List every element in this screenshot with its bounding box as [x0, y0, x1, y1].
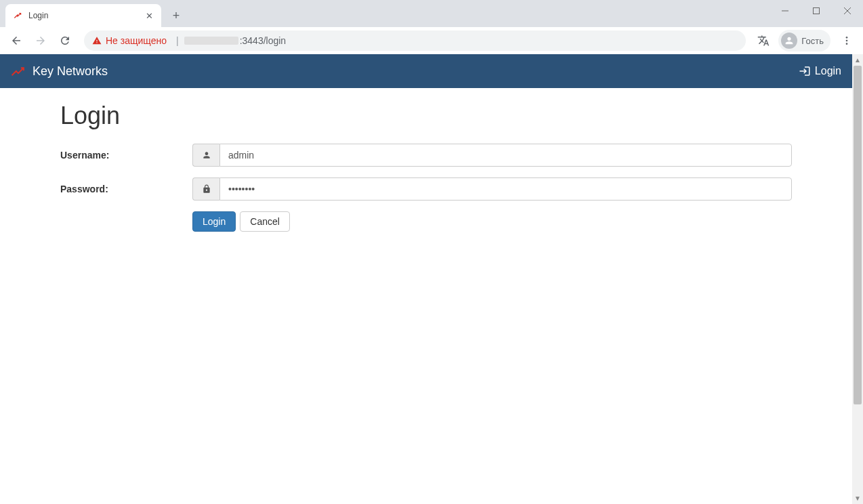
tab-bar: Login ✕ +: [0, 0, 863, 27]
browser-tab[interactable]: Login ✕: [5, 4, 161, 27]
guest-label: Гость: [801, 36, 824, 46]
translate-button[interactable]: [754, 31, 773, 50]
window-controls: [770, 0, 863, 22]
svg-rect-1: [814, 8, 820, 14]
url-divider: |: [176, 35, 179, 46]
warning-icon: [92, 36, 102, 45]
url-text: :3443/login: [240, 35, 287, 46]
url-host-obscured: [184, 37, 238, 45]
profile-chip[interactable]: Гость: [778, 30, 830, 51]
security-text: Не защищено: [106, 35, 167, 46]
close-tab-icon[interactable]: ✕: [144, 10, 154, 21]
svg-point-6: [846, 43, 848, 45]
browser-toolbar: Не защищено | :3443/login Гость: [0, 27, 863, 54]
browser-chrome: Login ✕ + Не защищено | :3443/login: [0, 0, 863, 54]
not-secure-warning: Не защищено: [92, 35, 167, 46]
address-bar[interactable]: Не защищено | :3443/login: [84, 30, 746, 51]
tab-title: Login: [28, 11, 144, 20]
back-button[interactable]: [5, 30, 27, 51]
minimize-button[interactable]: [770, 0, 801, 22]
new-tab-button[interactable]: +: [167, 6, 186, 25]
tab-favicon-icon: [12, 10, 23, 21]
svg-point-4: [846, 37, 848, 39]
maximize-button[interactable]: [801, 0, 832, 22]
close-window-button[interactable]: [832, 0, 863, 22]
kebab-menu-button[interactable]: [836, 30, 858, 51]
svg-point-5: [846, 40, 848, 42]
forward-button[interactable]: [30, 30, 51, 51]
reload-button[interactable]: [54, 30, 76, 51]
avatar-icon: [781, 33, 797, 49]
